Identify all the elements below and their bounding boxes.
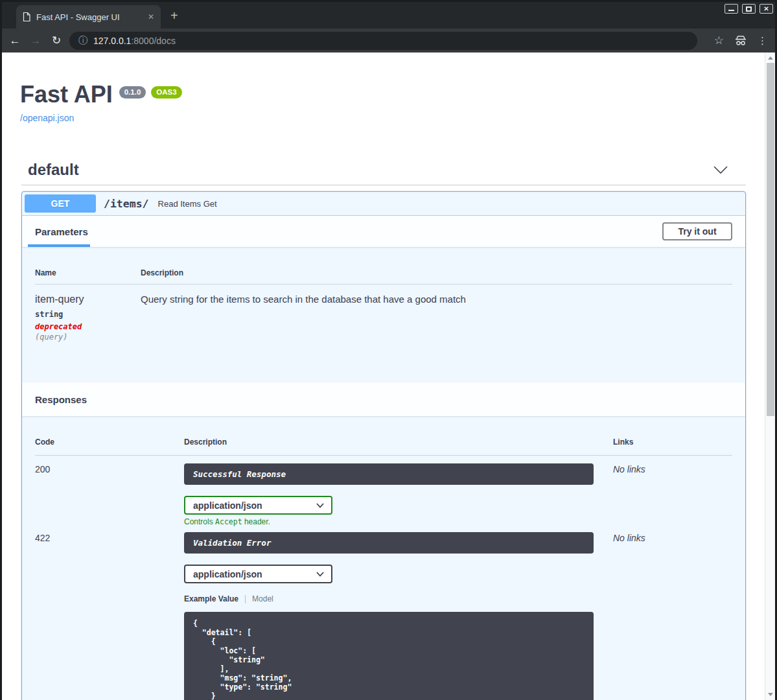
media-type-value: application/json (193, 500, 262, 511)
column-header-links: Links (613, 438, 732, 447)
column-header-description: Description (184, 438, 613, 447)
forward-icon[interactable]: → (29, 34, 42, 47)
minimize-icon (728, 10, 734, 11)
chevron-down-icon[interactable] (713, 166, 728, 174)
version-badge: 0.1.0 (119, 86, 146, 99)
url-text: 127.0.0.1:8000/docs (93, 36, 176, 46)
address-bar[interactable]: ⓘ 127.0.0.1:8000/docs (69, 32, 697, 50)
scrollbar-thumb[interactable] (767, 63, 774, 416)
page-favicon-icon (23, 12, 30, 21)
parameter-row: item-query string deprecated (query) Que… (35, 285, 732, 342)
tab-parameters[interactable]: Parameters (35, 226, 88, 237)
parameter-type: string (35, 310, 141, 319)
chevron-down-icon (316, 503, 324, 508)
browser-toolbar: ← → ↻ ⓘ 127.0.0.1:8000/docs ☆ ⋮ (2, 29, 775, 52)
operation-path: /items/ (104, 198, 149, 210)
column-header-name: Name (35, 268, 141, 277)
example-code-block: { "detail": [ { "loc": [ "string" ], "ms… (184, 612, 594, 700)
parameter-location: (query) (35, 332, 141, 342)
response-description-panel: Successful Response (184, 463, 594, 485)
oas-badge: OAS3 (151, 86, 181, 99)
media-type-value: application/json (193, 569, 262, 579)
page-viewport: Fast API 0.1.0 OAS3 /openapi.json defaul… (2, 52, 765, 700)
incognito-icon (734, 36, 747, 46)
accept-header-note: Controls Accept header. (184, 517, 613, 526)
response-code: 200 (35, 463, 184, 526)
column-header-description: Description (141, 268, 183, 277)
method-badge: GET (25, 194, 96, 213)
tag-divider (21, 185, 746, 185)
bookmark-star-icon[interactable]: ☆ (714, 34, 724, 47)
parameters-table: Name Description item-query string depre… (22, 247, 745, 382)
vertical-scrollbar[interactable] (765, 52, 775, 700)
site-info-icon[interactable]: ⓘ (78, 35, 87, 47)
response-row-200: 200 Successful Response application/json… (35, 456, 732, 526)
scroll-down-icon[interactable] (768, 693, 773, 696)
tab-close-icon[interactable]: ✕ (148, 12, 154, 21)
response-links: No links (613, 532, 732, 700)
responses-table: Code Description Links 200 Successful Re… (22, 416, 745, 700)
kebab-menu-icon[interactable]: ⋮ (758, 35, 767, 47)
url-path: :8000/docs (131, 36, 176, 46)
response-links: No links (613, 463, 732, 526)
window-controls: ✕ (725, 4, 773, 14)
column-header-code: Code (35, 438, 184, 447)
tab-separator (245, 595, 246, 603)
reload-icon[interactable]: ↻ (50, 34, 63, 47)
window-maximize-button[interactable] (742, 4, 756, 14)
api-info-section: Fast API 0.1.0 OAS3 /openapi.json (20, 83, 765, 124)
parameters-header: Parameters Try it out (22, 216, 745, 247)
url-host: 127.0.0.1 (93, 36, 131, 46)
example-json: { "detail": [ { "loc": [ "string" ], "ms… (193, 619, 585, 700)
browser-tab[interactable]: Fast API - Swagger UI ✕ (16, 5, 161, 29)
response-description-panel: Validation Error (184, 532, 594, 554)
response-code: 422 (35, 532, 184, 700)
tag-section-header[interactable]: default (28, 161, 746, 179)
tab-title: Fast API - Swagger UI (36, 12, 142, 22)
active-tab-underline (28, 244, 90, 247)
response-row-422: 422 Validation Error application/json Ex… (35, 526, 732, 700)
example-model-tabs: Example Value Model (184, 594, 613, 603)
tag-title: default (28, 161, 79, 179)
operation-block-get-items: GET /items/ Read Items Get Parameters Tr… (21, 191, 746, 700)
parameter-description: Query string for the items to search in … (141, 294, 732, 342)
page-title: Fast API (20, 83, 113, 106)
new-tab-button[interactable]: + (170, 8, 178, 23)
responses-heading: Responses (35, 394, 87, 405)
maximize-icon (746, 6, 752, 12)
tab-strip: Fast API - Swagger UI ✕ + ✕ (2, 2, 775, 29)
openapi-spec-link[interactable]: /openapi.json (20, 113, 74, 123)
chevron-down-icon (316, 572, 324, 577)
parameter-name: item-query (35, 294, 141, 305)
tab-example-value[interactable]: Example Value (184, 594, 238, 603)
window-close-button[interactable]: ✕ (760, 4, 773, 14)
back-icon[interactable]: ← (8, 34, 21, 47)
operation-description: Read Items Get (158, 199, 217, 209)
media-type-select[interactable]: application/json (184, 565, 332, 583)
tab-model[interactable]: Model (252, 594, 273, 603)
media-type-select[interactable]: application/json (184, 496, 332, 515)
accept-code: Accept (215, 517, 242, 526)
operation-summary[interactable]: GET /items/ Read Items Get (22, 192, 745, 216)
responses-header: Responses (22, 382, 745, 416)
try-it-out-button[interactable]: Try it out (662, 222, 732, 240)
scroll-up-icon[interactable] (768, 56, 773, 60)
window-minimize-button[interactable] (725, 4, 738, 14)
parameter-deprecated-label: deprecated (35, 322, 141, 331)
